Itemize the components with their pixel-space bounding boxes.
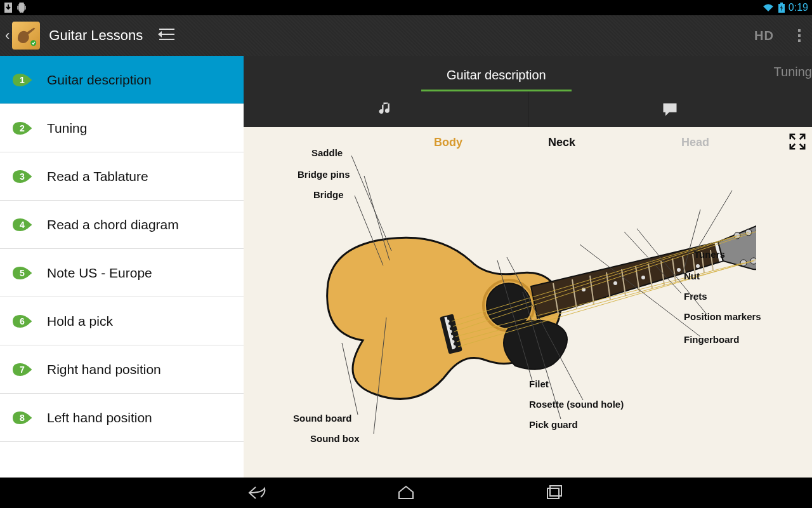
lesson-badge-icon: 7: [11, 361, 33, 378]
download-icon: [4, 3, 13, 13]
svg-rect-45: [547, 488, 559, 498]
music-note-icon: [377, 100, 395, 118]
svg-rect-46: [550, 486, 561, 496]
sub-tab-comments[interactable]: [528, 91, 813, 127]
section-label-head: Head: [681, 136, 709, 149]
list-toggle-icon[interactable]: [158, 27, 176, 44]
label-bridge-pins: Bridge pins: [298, 169, 350, 180]
sidebar-item-label: Note US - Europe: [47, 265, 152, 281]
sidebar-item-right-hand[interactable]: 7 Right hand position: [0, 345, 244, 394]
lesson-badge-icon: 1: [11, 72, 33, 88]
lesson-badge-icon: 5: [11, 265, 33, 281]
sidebar-item-note-us-europe[interactable]: 5 Note US - Europe: [0, 249, 244, 297]
sidebar-item-read-tablature[interactable]: 3 Read a Tablature: [0, 152, 244, 201]
section-label-body: Body: [434, 136, 462, 149]
svg-point-28: [613, 281, 617, 285]
svg-point-30: [677, 268, 681, 272]
label-nut: Nut: [684, 271, 700, 281]
sidebar-item-label: Guitar description: [47, 72, 152, 88]
status-time: 0:19: [789, 2, 808, 13]
sub-tabs: [244, 91, 812, 127]
fullscreen-button[interactable]: [788, 132, 807, 151]
sidebar-item-hold-pick[interactable]: 6 Hold a pick: [0, 297, 244, 345]
svg-point-4: [487, 283, 531, 328]
status-bar: 0:19: [0, 0, 812, 15]
overflow-menu-button[interactable]: [792, 25, 807, 46]
sidebar-item-label: Left hand position: [47, 410, 152, 425]
svg-point-3: [31, 40, 37, 46]
android-debug-icon: [16, 3, 27, 13]
label-pick-guard: Pick guard: [529, 419, 578, 430]
wifi-icon: [762, 3, 775, 13]
sub-tab-audio[interactable]: [244, 91, 528, 127]
sidebar-item-label: Read a chord diagram: [47, 217, 179, 232]
nav-back-button[interactable]: [247, 485, 268, 501]
back-button[interactable]: ‹: [5, 27, 12, 44]
app-icon[interactable]: [12, 22, 40, 50]
svg-point-13: [453, 345, 456, 349]
sidebar-item-label: Tuning: [47, 120, 87, 136]
label-filet: Filet: [529, 378, 549, 389]
lesson-badge-icon: 8: [11, 410, 33, 426]
section-label-neck: Neck: [548, 136, 575, 149]
lesson-badge-icon: 4: [11, 217, 33, 233]
sidebar-item-tuning[interactable]: 2 Tuning: [0, 104, 244, 152]
svg-point-10: [449, 330, 452, 333]
sidebar-item-guitar-description[interactable]: 1 Guitar description: [0, 56, 244, 104]
lesson-badge-icon: 2: [11, 120, 33, 137]
svg-point-29: [641, 276, 645, 279]
svg-rect-2: [780, 3, 783, 4]
sidebar: 1 Guitar description 2 Tuning 3 Read a T…: [0, 56, 244, 478]
label-fingerboard: Fingerboard: [684, 334, 740, 345]
label-rosette: Rosette (sound hole): [529, 399, 624, 410]
sidebar-item-label: Read a Tablature: [47, 168, 148, 184]
nav-home-button[interactable]: [395, 485, 417, 501]
svg-point-9: [448, 325, 451, 328]
hd-button[interactable]: HD: [754, 29, 774, 43]
sidebar-item-label: Right hand position: [47, 361, 161, 377]
sidebar-item-left-hand[interactable]: 8 Left hand position: [0, 394, 244, 442]
nav-recent-button[interactable]: [544, 485, 565, 501]
label-bridge: Bridge: [313, 189, 344, 200]
app-title: Guitar Lessons: [49, 27, 143, 44]
svg-point-8: [447, 320, 450, 323]
sidebar-item-chord-diagram[interactable]: 4 Read a chord diagram: [0, 201, 244, 249]
svg-point-31: [696, 264, 700, 268]
sidebar-item-label: Hold a pick: [47, 313, 113, 329]
label-frets: Frets: [684, 291, 707, 302]
system-nav-bar: [0, 478, 812, 508]
svg-point-11: [450, 335, 454, 338]
label-saddle: Saddle: [311, 147, 343, 158]
battery-charging-icon: [778, 3, 785, 13]
guitar-illustration: [299, 169, 756, 436]
tab-guitar-description[interactable]: Guitar description: [421, 59, 572, 91]
lesson-badge-icon: 6: [11, 313, 33, 330]
label-sound-box: Sound box: [310, 433, 360, 444]
speech-bubble-icon: [661, 100, 679, 118]
action-bar: ‹ Guitar Lessons HD: [0, 15, 812, 56]
svg-point-12: [452, 340, 455, 344]
tab-tuning[interactable]: Tuning: [749, 65, 812, 79]
label-sound-board: Sound board: [293, 413, 352, 424]
content-tabs: Guitar description Tuning: [244, 56, 812, 91]
label-tuners: Tuners: [694, 249, 725, 260]
guitar-diagram: Body Neck Head: [244, 127, 812, 478]
content-area: Guitar description Tuning Body Neck Head: [244, 56, 812, 478]
lesson-badge-icon: 3: [11, 168, 33, 185]
label-position-markers: Position markers: [684, 311, 761, 322]
